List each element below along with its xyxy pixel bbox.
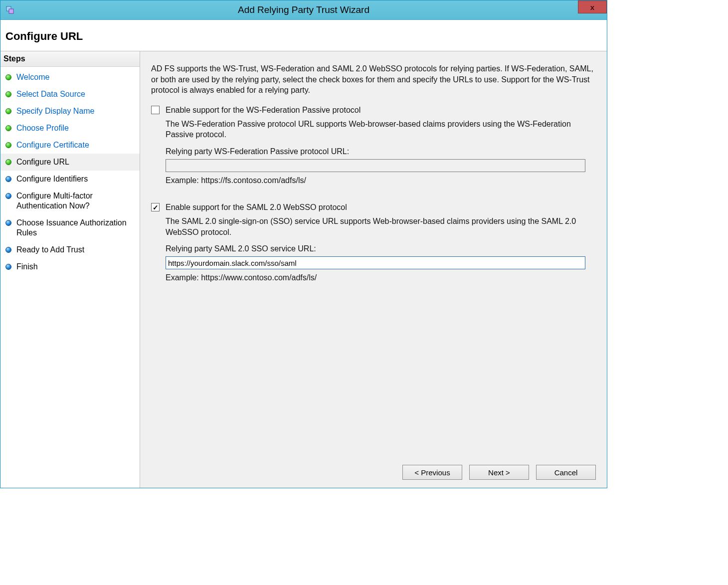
step-bullet-icon bbox=[5, 176, 11, 182]
saml-checkbox-label: Enable support for the SAML 2.0 WebSSO p… bbox=[166, 203, 347, 212]
intro-text: AD FS supports the WS-Trust, WS-Federati… bbox=[151, 63, 596, 96]
step-label: Choose Issuance Authorization Rules bbox=[16, 218, 135, 238]
wsfed-checkbox-row[interactable]: Enable support for the WS-Federation Pas… bbox=[151, 106, 596, 115]
step-label: Finish bbox=[16, 262, 38, 272]
step-bullet-icon bbox=[5, 125, 11, 131]
step-label: Choose Profile bbox=[16, 123, 69, 133]
wizard-body: Steps Welcome Select Data Source Specify… bbox=[0, 51, 607, 488]
step-bullet-icon bbox=[5, 193, 11, 199]
step-configure-certificate[interactable]: Configure Certificate bbox=[0, 137, 140, 154]
saml-url-input[interactable] bbox=[166, 256, 585, 269]
window-title: Add Relying Party Trust Wizard bbox=[0, 4, 607, 15]
wsfed-section: Enable support for the WS-Federation Pas… bbox=[151, 106, 596, 185]
step-bullet-icon bbox=[5, 220, 11, 226]
cancel-button[interactable]: Cancel bbox=[536, 465, 596, 480]
wizard-window: Add Relying Party Trust Wizard x Configu… bbox=[0, 0, 607, 488]
wsfed-checkbox[interactable] bbox=[151, 106, 160, 114]
wsfed-url-label: Relying party WS-Federation Passive prot… bbox=[166, 147, 596, 156]
page-heading: Configure URL bbox=[0, 20, 607, 51]
wizard-buttons: < Previous Next > Cancel bbox=[151, 460, 596, 480]
svg-rect-1 bbox=[9, 9, 13, 13]
step-label: Specify Display Name bbox=[16, 106, 95, 116]
step-bullet-icon bbox=[5, 159, 11, 165]
step-select-data-source[interactable]: Select Data Source bbox=[0, 86, 140, 103]
step-finish[interactable]: Finish bbox=[0, 258, 140, 275]
steps-list: Welcome Select Data Source Specify Displ… bbox=[0, 67, 140, 275]
step-welcome[interactable]: Welcome bbox=[0, 69, 140, 86]
previous-button[interactable]: < Previous bbox=[402, 465, 462, 480]
main-panel: AD FS supports the WS-Trust, WS-Federati… bbox=[140, 51, 607, 488]
step-specify-display-name[interactable]: Specify Display Name bbox=[0, 103, 140, 120]
steps-sidebar: Steps Welcome Select Data Source Specify… bbox=[0, 51, 140, 488]
saml-checkbox[interactable] bbox=[151, 203, 160, 211]
step-label: Select Data Source bbox=[16, 89, 85, 99]
saml-checkbox-row[interactable]: Enable support for the SAML 2.0 WebSSO p… bbox=[151, 203, 596, 212]
step-bullet-icon bbox=[5, 91, 11, 97]
saml-section: Enable support for the SAML 2.0 WebSSO p… bbox=[151, 203, 596, 282]
step-choose-issuance-auth-rules[interactable]: Choose Issuance Authorization Rules bbox=[0, 214, 140, 241]
wsfed-example: Example: https://fs.contoso.com/adfs/ls/ bbox=[166, 176, 596, 185]
step-bullet-icon bbox=[5, 264, 11, 270]
step-bullet-icon bbox=[5, 247, 11, 253]
saml-url-label: Relying party SAML 2.0 SSO service URL: bbox=[166, 244, 596, 253]
step-label: Configure URL bbox=[16, 157, 69, 167]
wsfed-checkbox-label: Enable support for the WS-Federation Pas… bbox=[166, 106, 361, 115]
close-icon: x bbox=[590, 3, 594, 11]
step-configure-mfa[interactable]: Configure Multi-factor Authentication No… bbox=[0, 188, 140, 214]
step-bullet-icon bbox=[5, 142, 11, 148]
saml-example: Example: https://www.contoso.com/adfs/ls… bbox=[166, 273, 596, 282]
step-label: Configure Certificate bbox=[16, 140, 89, 150]
step-bullet-icon bbox=[5, 108, 11, 114]
saml-desc: The SAML 2.0 single-sign-on (SSO) servic… bbox=[166, 216, 596, 237]
next-button[interactable]: Next > bbox=[469, 465, 529, 480]
app-icon bbox=[5, 5, 14, 14]
step-configure-url[interactable]: Configure URL bbox=[0, 154, 140, 171]
wsfed-url-input[interactable] bbox=[166, 159, 585, 172]
step-label: Welcome bbox=[16, 72, 49, 82]
steps-header: Steps bbox=[0, 51, 140, 67]
step-label: Configure Multi-factor Authentication No… bbox=[16, 191, 135, 211]
step-configure-identifiers[interactable]: Configure Identifiers bbox=[0, 171, 140, 188]
wsfed-desc: The WS-Federation Passive protocol URL s… bbox=[166, 119, 596, 140]
step-choose-profile[interactable]: Choose Profile bbox=[0, 120, 140, 137]
step-bullet-icon bbox=[5, 74, 11, 80]
step-ready-to-add-trust[interactable]: Ready to Add Trust bbox=[0, 241, 140, 258]
title-bar: Add Relying Party Trust Wizard x bbox=[0, 0, 607, 20]
step-label: Configure Identifiers bbox=[16, 174, 88, 184]
close-button[interactable]: x bbox=[578, 0, 607, 13]
step-label: Ready to Add Trust bbox=[16, 245, 84, 255]
